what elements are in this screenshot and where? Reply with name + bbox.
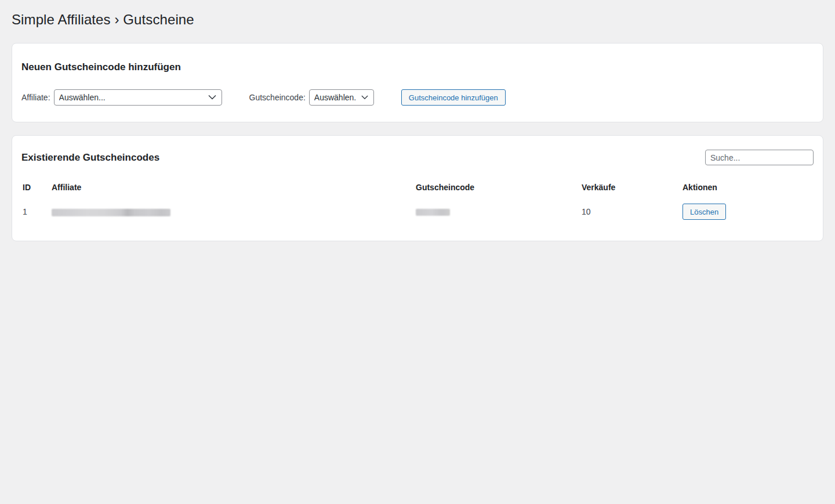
affiliate-redacted-text	[52, 209, 170, 216]
affiliate-select-wrap: Auswählen...	[54, 89, 222, 106]
cell-aktionen: Löschen	[682, 200, 814, 223]
col-header-aktionen: Aktionen	[682, 183, 814, 200]
vouchers-table: ID Affiliate Gutscheincode Verkäufe Akti…	[21, 183, 814, 223]
delete-button[interactable]: Löschen	[682, 204, 726, 220]
col-header-gutscheincode: Gutscheincode	[416, 183, 582, 200]
cell-affiliate	[52, 200, 416, 223]
col-header-id: ID	[21, 183, 52, 200]
page-title: Simple Affiliates › Gutscheine	[12, 12, 823, 28]
cell-gutscheincode	[416, 200, 582, 223]
col-header-affiliate: Affiliate	[52, 183, 416, 200]
affiliate-label: Affiliate:	[21, 93, 50, 102]
col-header-verkaeufe: Verkäufe	[582, 183, 682, 200]
table-row: 1 10 Löschen	[21, 200, 814, 223]
existing-vouchers-heading: Existierende Gutscheincodes	[21, 151, 159, 164]
existing-vouchers-header: Existierende Gutscheincodes	[21, 150, 814, 165]
page: Simple Affiliates › Gutscheine Neuen Gut…	[0, 0, 835, 251]
gutscheincode-select[interactable]: Auswählen...	[309, 89, 374, 106]
add-voucher-form: Affiliate: Auswählen... Gutscheincode: A…	[21, 89, 814, 106]
affiliate-select[interactable]: Auswählen...	[54, 89, 222, 106]
gutscheincode-select-wrap: Auswählen...	[309, 89, 374, 106]
cell-id: 1	[21, 200, 52, 223]
add-voucher-heading: Neuen Gutscheincode hinzufügen	[21, 61, 814, 73]
cell-verkaeufe: 10	[582, 200, 682, 223]
add-gutscheincode-button[interactable]: Gutscheincode hinzufügen	[401, 89, 506, 106]
existing-vouchers-card: Existierende Gutscheincodes ID Affiliate…	[12, 135, 823, 241]
table-header-row: ID Affiliate Gutscheincode Verkäufe Akti…	[21, 183, 814, 200]
search-input[interactable]	[705, 150, 814, 165]
add-voucher-card: Neuen Gutscheincode hinzufügen Affiliate…	[12, 43, 823, 122]
gutscheincode-label: Gutscheincode:	[249, 93, 306, 102]
gutscheincode-redacted-text	[416, 209, 450, 216]
